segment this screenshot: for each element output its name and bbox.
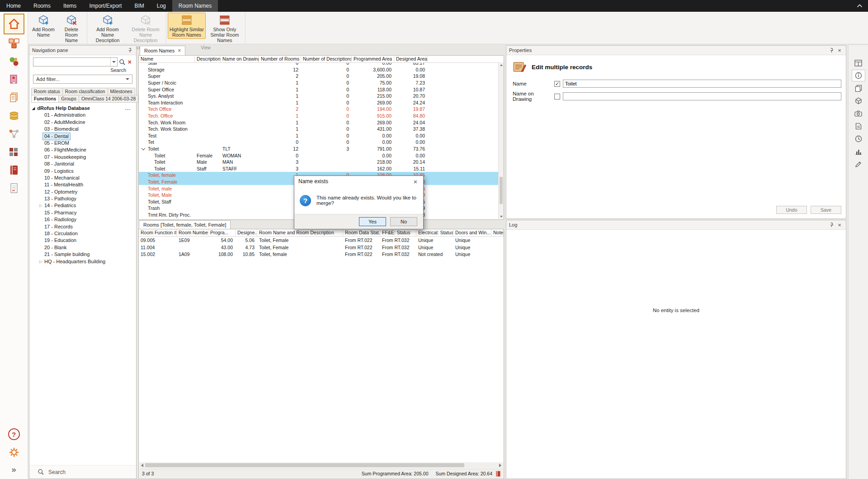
tree-item[interactable]: 18 - Circulation <box>32 230 135 237</box>
no-button[interactable]: No <box>390 217 417 226</box>
templates-icon[interactable] <box>4 71 24 89</box>
report-icon[interactable] <box>496 471 500 477</box>
tree-item[interactable]: 15 - Pharmacy <box>32 209 135 216</box>
menu-item[interactable]: Room Names <box>172 0 218 12</box>
tree-item[interactable]: 05 - EROM <box>32 140 135 147</box>
room-name-row[interactable]: Toilet TLT 12 3 791.00 73.76 <box>139 146 498 152</box>
tab-room-classification[interactable]: Room classification <box>62 88 108 95</box>
room-name-row[interactable]: Team Interaction 1 0 269.00 24.24 <box>139 100 498 106</box>
menu-item[interactable]: Log <box>151 0 172 12</box>
name-checkbox[interactable] <box>554 81 560 87</box>
column-header-name[interactable]: Name <box>139 56 195 62</box>
pin-icon[interactable] <box>126 47 133 53</box>
column-header-name-on-drawing[interactable]: Name on Drawing <box>221 56 259 62</box>
tree-item[interactable]: 11 - MentalHealth <box>32 181 135 188</box>
tab-milestones[interactable]: Milestones <box>108 88 135 95</box>
documents-icon[interactable] <box>4 89 24 107</box>
add-room-name-button[interactable]: Add Room Name <box>29 13 57 39</box>
documents-icon[interactable] <box>852 82 865 94</box>
close-icon[interactable]: × <box>836 47 843 53</box>
room-name-row[interactable]: Super Office 1 0 118.00 10.87 <box>139 86 498 93</box>
menu-item[interactable]: Home <box>0 0 27 12</box>
tree-item[interactable]: 04 - Dental <box>32 133 135 140</box>
tree-item[interactable]: 02 - AdultMedicine <box>32 119 135 126</box>
room-name-row[interactable]: Toilet Male MAN 3 218.00 20.14 <box>139 159 498 166</box>
tree-menu-button[interactable]: ... <box>125 105 131 112</box>
tab-groups[interactable]: Groups <box>58 95 79 103</box>
tab-room-names[interactable]: Room Names × <box>140 46 185 55</box>
file-icon[interactable] <box>852 120 865 132</box>
column-header-note[interactable]: Note <box>491 229 504 236</box>
rooms-icon[interactable] <box>4 34 24 52</box>
room-name-row[interactable]: Tech. Office 1 0 915.00 84.80 <box>139 113 498 119</box>
add-filter-dropdown[interactable]: Add filter... <box>33 75 132 84</box>
delete-room-name-description-button[interactable]: Delete Room Name Description <box>127 13 165 44</box>
tree-item[interactable]: 20 - Blank <box>32 244 135 251</box>
model-icon[interactable] <box>852 95 865 107</box>
tree-item[interactable]: 03 - Biomedical <box>32 126 135 133</box>
tree-item[interactable]: HQ - Headquarters Building <box>32 258 135 265</box>
camera-icon[interactable] <box>852 108 865 119</box>
settings-icon[interactable] <box>4 443 24 461</box>
tree-root[interactable]: ◢ dRofus Help Database ... <box>32 105 135 112</box>
menu-item[interactable]: Items <box>57 0 83 12</box>
reports-icon[interactable] <box>4 161 24 179</box>
column-header-number-of-descriptions[interactable]: Number of Descriptions <box>301 56 352 62</box>
search-link[interactable]: Search <box>33 66 132 74</box>
close-icon[interactable]: × <box>412 178 419 185</box>
history-icon[interactable] <box>852 133 865 145</box>
tab-functions[interactable]: Functions <box>31 95 59 103</box>
pin-icon[interactable] <box>828 47 835 53</box>
home-icon[interactable] <box>4 14 24 34</box>
show-only-similar-room-names-button[interactable]: Show Only Similar Room Names <box>206 13 244 44</box>
room-name-row[interactable]: Storage 12 0 3,600.00 0.00 <box>139 66 498 73</box>
column-header-room-name-description[interactable]: Room Name and Room Description <box>257 229 343 236</box>
chevron-down-icon[interactable] <box>110 58 117 66</box>
menu-item[interactable]: Import/Export <box>83 0 128 12</box>
column-header-room-number[interactable]: Room Number <box>177 229 208 236</box>
tree-expander-icon[interactable]: ◢ <box>32 105 35 112</box>
room-row[interactable]: 15.002 1A09 108.00 10.85 Toilet, female … <box>139 251 504 258</box>
column-header-number-of-rooms[interactable]: Number of Rooms <box>259 56 301 62</box>
scroll-up-icon[interactable] <box>499 62 504 67</box>
scrollbar-thumb[interactable] <box>500 177 503 204</box>
tab-omniclass[interactable]: OmniClass 14 2006-03-28 <box>79 95 138 103</box>
room-name-row[interactable]: Sys. Analyst 1 0 215.00 20.70 <box>139 93 498 100</box>
scroll-right-icon[interactable] <box>497 464 503 467</box>
tree-item[interactable]: 19 - Education <box>32 237 135 244</box>
tab-rooms[interactable]: Rooms [Toilet, female, Toilet, Female] <box>139 220 231 229</box>
yes-button[interactable]: Yes <box>359 217 386 226</box>
column-header-programmed-area[interactable]: Programmed Area <box>352 56 394 62</box>
tree-item[interactable]: 10 - Mechanical <box>32 175 135 181</box>
column-header-electrical-status[interactable]: Electrical: Status <box>416 229 453 236</box>
scroll-left-icon[interactable] <box>139 464 145 467</box>
column-header-programmed[interactable]: Progra... <box>208 229 236 236</box>
highlight-similar-room-names-button[interactable]: Highlight Similar Room Names <box>168 13 206 39</box>
tree-item[interactable]: 07 - Housekeeping <box>32 154 135 161</box>
column-header-room-data-status[interactable]: Room Data Stat... <box>343 229 380 236</box>
horizontal-scrollbar[interactable] <box>139 462 503 468</box>
chevron-up-icon[interactable] <box>857 4 863 8</box>
room-name-row[interactable]: Tet 0 0 0.00 0.00 <box>139 139 498 146</box>
name-on-drawing-checkbox[interactable] <box>554 94 560 100</box>
room-name-row[interactable]: Toilet Staff STAFF 3 162.00 15.11 <box>139 166 498 172</box>
room-name-row[interactable]: Tech Office 2 0 194.00 19.87 <box>139 106 498 113</box>
dialog-titlebar[interactable]: Name exists × <box>294 176 423 187</box>
room-row[interactable]: 11.004 43.00 4.73 Toilet, Female From RT… <box>139 244 504 251</box>
buildings-icon[interactable] <box>4 143 24 161</box>
expander-icon[interactable] <box>142 146 145 150</box>
close-icon[interactable]: × <box>178 48 181 53</box>
room-name-row[interactable]: Test 1 0 0.00 0.00 <box>139 133 498 139</box>
nav-search-input[interactable] <box>33 58 110 66</box>
name-on-drawing-input[interactable] <box>563 92 841 100</box>
name-input[interactable] <box>563 80 841 88</box>
help-icon[interactable]: ? <box>4 425 24 443</box>
tree-item[interactable]: 21 - Sample building <box>32 251 135 258</box>
tree-item[interactable]: 09 - Logistics <box>32 168 135 175</box>
tree-item[interactable]: 14 - Pediatrics <box>32 202 135 209</box>
tree-item[interactable]: 16 - Radiology <box>32 216 135 223</box>
panel-grid-icon[interactable] <box>852 57 865 69</box>
room-name-row[interactable]: Toilet Female WOMAN 0 0.00 0.00 <box>139 152 498 159</box>
tree-item[interactable]: 06 - FlightMedicine <box>32 147 135 153</box>
expand-icon[interactable]: » <box>11 465 16 474</box>
